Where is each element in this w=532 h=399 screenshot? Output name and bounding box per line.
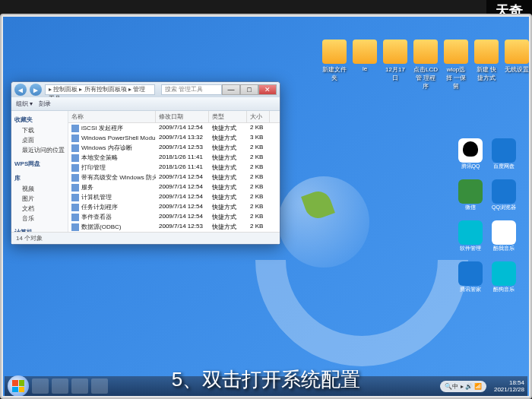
file-icon	[71, 223, 79, 231]
side-icon-7[interactable]: 酷狗音乐	[490, 261, 518, 296]
file-icon	[71, 164, 79, 172]
sidebar-item[interactable]: 图片	[13, 194, 66, 204]
window-controls: — □ ✕	[222, 84, 277, 95]
sidebar-group-libs[interactable]: 库	[13, 173, 66, 184]
desktop-icon-3[interactable]: 点击LCD管 理程序	[413, 40, 438, 90]
col-type[interactable]: 类型	[209, 111, 247, 122]
desktop-icon-2[interactable]: 12月17日	[383, 40, 407, 90]
explorer-sidebar[interactable]: 收藏夹下载桌面最近访问的位置WPS网盘库视频图片文档音乐计算机OS (C:)本地…	[11, 111, 68, 232]
file-list[interactable]: 名称 修改日期 类型 大小 iSCSI 发起程序2009/7/14 12:54快…	[68, 111, 280, 232]
sidebar-item[interactable]: 下载	[13, 125, 66, 135]
side-icon-2[interactable]: 微信	[457, 179, 484, 214]
col-date[interactable]: 修改日期	[156, 111, 209, 122]
file-icon	[71, 135, 79, 142]
address-bar[interactable]: ▸ 控制面板 ▸ 所有控制面板项 ▸ 管理工具	[45, 84, 155, 95]
sidebar-group-computer[interactable]: 计算机	[13, 226, 66, 232]
desktop-icon-6[interactable]: 无线设置	[505, 40, 529, 90]
side-icon-3[interactable]: QQ浏览器	[490, 179, 518, 214]
minimize-button[interactable]: —	[222, 84, 240, 95]
tutorial-caption: 5、双击打开系统配置	[0, 366, 532, 393]
back-button[interactable]: ◄	[14, 84, 27, 96]
desktop-side-icons: 腾讯QQ百度网盘微信QQ浏览器软件管理酷我音乐腾讯管家酷狗音乐	[457, 138, 518, 296]
file-icon	[71, 144, 79, 152]
sidebar-item[interactable]: 视频	[13, 184, 66, 194]
explorer-window[interactable]: ◄ ► ▸ 控制面板 ▸ 所有控制面板项 ▸ 管理工具 搜索 管理工具 — □ …	[11, 81, 280, 245]
monitor-frame: 新建文件夹ie12月17日点击LCD管 理程序wlop选择 一保留新建 快捷方式…	[0, 14, 532, 399]
sidebar-item[interactable]: 桌面	[13, 135, 66, 145]
col-size[interactable]: 大小	[247, 111, 270, 122]
file-row-8[interactable]: 任务计划程序2009/7/14 12:54快捷方式2 KB	[68, 202, 280, 212]
file-row-6[interactable]: 服务2009/7/14 12:54快捷方式2 KB	[68, 182, 280, 192]
file-row-10[interactable]: 数据源(ODBC)2009/7/14 12:53快捷方式2 KB	[68, 222, 280, 232]
wallpaper-swoosh	[255, 154, 468, 366]
file-row-3[interactable]: 本地安全策略2018/1/26 11:41快捷方式2 KB	[68, 153, 280, 163]
file-icon	[71, 174, 79, 182]
col-name[interactable]: 名称	[68, 111, 156, 122]
desktop-icon-1[interactable]: ie	[353, 40, 377, 90]
file-icon	[71, 194, 79, 201]
close-button[interactable]: ✕	[258, 84, 277, 95]
file-row-0[interactable]: iSCSI 发起程序2009/7/14 12:54快捷方式2 KB	[68, 123, 280, 133]
file-icon	[71, 184, 79, 192]
file-row-1[interactable]: Windows PowerShell Modules2009/7/14 13:3…	[68, 133, 280, 143]
toolbar-item-1[interactable]: 刻录	[39, 100, 51, 108]
side-icon-4[interactable]: 软件管理	[457, 220, 484, 255]
search-input[interactable]: 搜索 管理工具	[161, 84, 222, 95]
file-row-9[interactable]: 事件查看器2009/7/14 12:54快捷方式2 KB	[68, 212, 280, 222]
file-row-2[interactable]: Windows 内存诊断2009/7/14 12:53快捷方式2 KB	[68, 143, 280, 153]
toolbar-item-0[interactable]: 组织 ▾	[16, 100, 33, 108]
column-headers[interactable]: 名称 修改日期 类型 大小	[68, 111, 280, 123]
file-icon	[71, 125, 79, 132]
desktop-icons-row: 新建文件夹ie12月17日点击LCD管 理程序wlop选择 一保留新建 快捷方式…	[322, 40, 514, 90]
desktop-icon-4[interactable]: wlop选择 一保留	[444, 40, 468, 90]
status-bar: 14 个对象	[11, 232, 280, 244]
explorer-body: 收藏夹下载桌面最近访问的位置WPS网盘库视频图片文档音乐计算机OS (C:)本地…	[11, 111, 280, 232]
sidebar-group-fav[interactable]: 收藏夹	[13, 114, 66, 125]
desktop-icon-0[interactable]: 新建文件夹	[322, 40, 347, 90]
desktop-icon-5[interactable]: 新建 快捷方式	[474, 40, 499, 90]
forward-button[interactable]: ►	[30, 84, 42, 96]
sidebar-group-home[interactable]: WPS网盘	[13, 158, 66, 169]
file-row-5[interactable]: 带有高级安全 Windows 防火墙2009/7/14 12:54快捷方式2 K…	[68, 173, 280, 182]
nav-area: ◄ ► ▸ 控制面板 ▸ 所有控制面板项 ▸ 管理工具 搜索 管理工具	[14, 84, 222, 96]
file-row-7[interactable]: 计算机管理2009/7/14 12:54快捷方式2 KB	[68, 192, 280, 202]
side-icon-1[interactable]: 百度网盘	[490, 138, 518, 173]
file-icon	[71, 154, 79, 162]
file-row-4[interactable]: 打印管理2018/1/26 11:41快捷方式2 KB	[68, 163, 280, 173]
file-icon	[71, 204, 79, 211]
side-icon-6[interactable]: 腾讯管家	[457, 261, 484, 296]
window-titlebar[interactable]: ◄ ► ▸ 控制面板 ▸ 所有控制面板项 ▸ 管理工具 搜索 管理工具 — □ …	[11, 82, 280, 97]
maximize-button[interactable]: □	[240, 84, 258, 95]
desktop-screen[interactable]: 新建文件夹ie12月17日点击LCD管 理程序wlop选择 一保留新建 快捷方式…	[3, 17, 529, 396]
explorer-toolbar: 组织 ▾刻录	[11, 97, 280, 111]
side-icon-5[interactable]: 酷我音乐	[490, 220, 518, 255]
file-icon	[71, 214, 79, 221]
sidebar-item[interactable]: 文档	[13, 204, 66, 214]
sidebar-item[interactable]: 音乐	[13, 214, 66, 223]
sidebar-item[interactable]: 最近访问的位置	[13, 145, 66, 155]
side-icon-0[interactable]: 腾讯QQ	[457, 138, 484, 173]
